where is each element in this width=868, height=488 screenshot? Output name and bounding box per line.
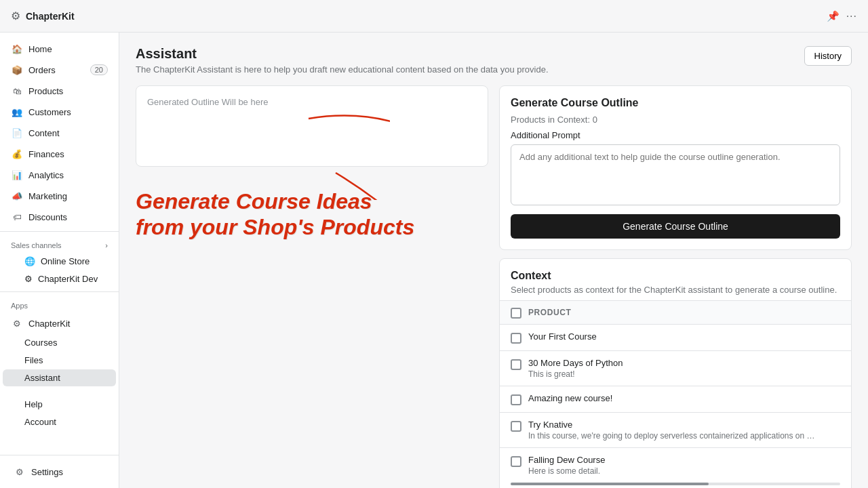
product-name-3: Try Knative xyxy=(528,420,840,430)
online-store-icon: 🌐 xyxy=(24,256,35,266)
content-icon: 📄 xyxy=(11,127,23,139)
list-item[interactable]: Falling Dew Course Here is some detail. xyxy=(500,448,851,483)
app-icon: ⚙ xyxy=(11,9,20,22)
main-content: Assistant The ChapterKit Assistant is he… xyxy=(119,0,868,488)
page-title: Assistant xyxy=(136,46,549,62)
product-checkbox-2[interactable] xyxy=(511,394,521,405)
list-item[interactable]: Amazing new course! xyxy=(500,386,851,413)
product-name-0: Your First Course xyxy=(528,331,597,342)
sidebar-item-marketing[interactable]: 📣 Marketing xyxy=(3,186,116,206)
list-item[interactable]: Try Knative In this course, we're going … xyxy=(500,413,851,448)
sales-channels-chevron: › xyxy=(105,241,108,249)
generate-card: Generate Course Outline Products in Cont… xyxy=(499,85,852,250)
product-name-2: Amazing new course! xyxy=(528,393,612,403)
discounts-icon: 🏷 xyxy=(11,211,23,223)
sidebar-item-products[interactable]: 🛍 Products xyxy=(3,81,116,101)
generate-card-title: Generate Course Outline xyxy=(511,97,840,109)
outline-box: Generated Outline Will be here xyxy=(136,85,488,167)
app-title: ChapterKit xyxy=(26,11,75,22)
sidebar-item-chapterkit[interactable]: ⚙ ChapterKit xyxy=(3,313,116,333)
sidebar-subitem-files[interactable]: Files xyxy=(3,352,116,369)
annotation-text: Generate Course Ideas from your Shop's P… xyxy=(136,175,488,254)
right-panel: Generate Course Outline Products in Cont… xyxy=(499,85,852,488)
sidebar-item-analytics[interactable]: 📊 Analytics xyxy=(3,165,116,185)
additional-prompt-label: Additional Prompt xyxy=(511,130,840,140)
sidebar-item-chapterkit-dev[interactable]: ⚙ ChapterKit Dev xyxy=(3,270,116,287)
chapterkit-icon: ⚙ xyxy=(11,317,23,329)
sidebar-item-settings[interactable]: ⚙ Settings xyxy=(5,462,113,482)
sales-channels-header[interactable]: Sales channels › xyxy=(0,236,119,252)
sidebar-item-discounts[interactable]: 🏷 Discounts xyxy=(3,207,116,227)
sidebar-item-help[interactable]: Help xyxy=(3,396,116,413)
customers-icon: 👥 xyxy=(11,106,23,118)
sidebar-subitem-assistant[interactable]: Assistant xyxy=(3,369,116,386)
product-name-4: Falling Dew Course xyxy=(528,455,605,465)
product-desc-1: This is great! xyxy=(528,369,623,379)
sidebar-item-content[interactable]: 📄 Content xyxy=(3,123,116,143)
product-checkbox-0[interactable] xyxy=(511,333,521,344)
content-area: Generated Outline Will be here Generate … xyxy=(136,85,852,488)
sidebar-item-customers[interactable]: 👥 Customers xyxy=(3,102,116,122)
product-checkbox-4[interactable] xyxy=(511,456,521,467)
generate-button[interactable]: Generate Course Outline xyxy=(511,214,840,239)
product-checkbox-3[interactable] xyxy=(511,421,521,432)
product-desc-4: Here is some detail. xyxy=(528,466,605,476)
product-list-header: Product xyxy=(500,301,851,325)
more-icon[interactable]: ··· xyxy=(846,10,857,22)
sidebar-item-home[interactable]: 🏠 Home xyxy=(3,39,116,59)
products-icon: 🛍 xyxy=(11,85,23,97)
apps-header: Apps xyxy=(0,296,119,312)
products-in-context: Products in Context: 0 xyxy=(511,115,840,125)
product-column-header: Product xyxy=(528,308,572,317)
pin-icon[interactable]: 📌 xyxy=(827,10,840,22)
settings-icon: ⚙ xyxy=(14,466,26,478)
context-title: Context xyxy=(511,270,840,282)
additional-prompt-input[interactable] xyxy=(511,144,840,205)
context-header: Context Select products as context for t… xyxy=(500,259,851,300)
sidebar-item-account[interactable]: Account xyxy=(3,413,116,430)
page-subtitle: The ChapterKit Assistant is here to help… xyxy=(136,64,549,75)
scroll-indicator xyxy=(511,483,840,485)
analytics-icon: 📊 xyxy=(11,169,23,181)
sidebar: 🏠 Home 📦 Orders 20 🛍 Products 👥 Customer… xyxy=(0,0,119,488)
product-checkbox-1[interactable] xyxy=(511,359,521,370)
orders-icon: 📦 xyxy=(11,64,23,76)
page-header: Assistant The ChapterKit Assistant is he… xyxy=(136,46,852,75)
topbar: ⚙ ChapterKit 📌 ··· xyxy=(0,0,868,33)
context-card: Context Select products as context for t… xyxy=(499,258,852,488)
product-name-1: 30 More Days of Python xyxy=(528,358,623,368)
home-icon: 🏠 xyxy=(11,43,23,55)
marketing-icon: 📣 xyxy=(11,190,23,202)
sidebar-item-orders[interactable]: 📦 Orders 20 xyxy=(3,60,116,80)
select-all-checkbox[interactable] xyxy=(511,308,521,319)
chapterkit-dev-icon: ⚙ xyxy=(24,274,33,284)
left-panel: Generated Outline Will be here Generate … xyxy=(136,85,488,488)
product-desc-3: In this course, we're going to deploy se… xyxy=(528,431,820,441)
history-button[interactable]: History xyxy=(804,46,852,66)
sidebar-subitem-courses[interactable]: Courses xyxy=(3,334,116,351)
list-item[interactable]: Your First Course xyxy=(500,325,851,351)
list-item[interactable]: 30 More Days of Python This is great! xyxy=(500,351,851,386)
orders-badge: 20 xyxy=(90,64,108,75)
context-subtitle: Select products as context for the Chapt… xyxy=(511,285,840,295)
finances-icon: 💰 xyxy=(11,148,23,160)
sidebar-item-finances[interactable]: 💰 Finances xyxy=(3,144,116,164)
outline-placeholder: Generated Outline Will be here xyxy=(147,97,268,107)
sidebar-item-online-store[interactable]: 🌐 Online Store xyxy=(3,253,116,270)
product-list: Product Your First Course xyxy=(500,300,851,483)
